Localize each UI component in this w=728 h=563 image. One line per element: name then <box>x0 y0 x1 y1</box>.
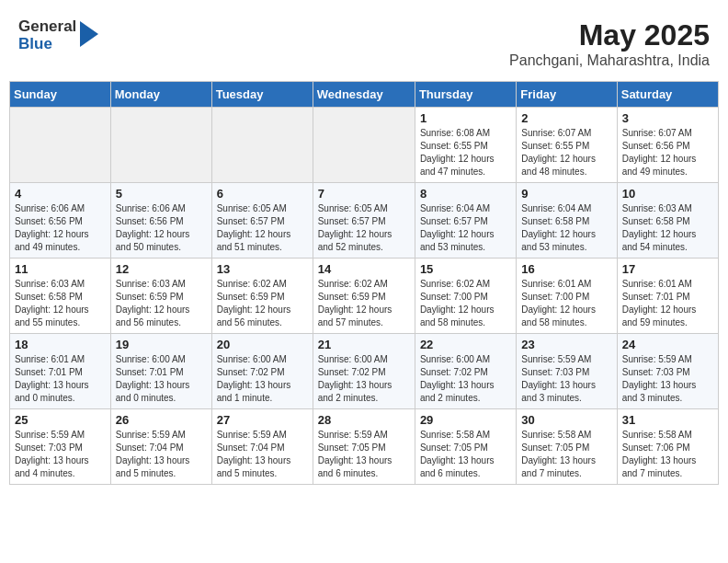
day-number: 24 <box>622 338 713 351</box>
day-detail: Sunrise: 5:58 AM Sunset: 7:05 PM Dayligh… <box>420 429 511 480</box>
day-number: 17 <box>622 262 713 276</box>
calendar-cell: 29Sunrise: 5:58 AM Sunset: 7:05 PM Dayli… <box>415 409 516 485</box>
calendar-cell: 13Sunrise: 6:02 AM Sunset: 6:59 PM Dayli… <box>211 259 313 334</box>
day-detail: Sunrise: 6:00 AM Sunset: 7:01 PM Dayligh… <box>116 353 207 405</box>
day-number: 27 <box>217 413 308 427</box>
day-detail: Sunrise: 6:05 AM Sunset: 6:57 PM Dayligh… <box>217 202 308 254</box>
day-detail: Sunrise: 6:02 AM Sunset: 6:59 PM Dayligh… <box>217 278 308 329</box>
day-number: 13 <box>217 262 308 276</box>
day-header-wednesday: Wednesday <box>313 82 415 108</box>
calendar-cell: 3Sunrise: 6:07 AM Sunset: 6:56 PM Daylig… <box>617 108 718 183</box>
calendar-cell <box>313 108 415 183</box>
day-number: 26 <box>116 413 207 427</box>
day-number: 25 <box>15 413 106 427</box>
day-detail: Sunrise: 5:59 AM Sunset: 7:03 PM Dayligh… <box>521 353 611 405</box>
day-number: 19 <box>116 338 207 351</box>
day-detail: Sunrise: 6:01 AM Sunset: 7:00 PM Dayligh… <box>521 278 611 329</box>
calendar-cell: 18Sunrise: 6:01 AM Sunset: 7:01 PM Dayli… <box>10 334 111 409</box>
calendar-cell: 26Sunrise: 5:59 AM Sunset: 7:04 PM Dayli… <box>110 409 211 485</box>
calendar-cell: 2Sunrise: 6:07 AM Sunset: 6:55 PM Daylig… <box>517 108 617 183</box>
day-header-monday: Monday <box>110 82 211 108</box>
calendar-table: SundayMondayTuesdayWednesdayThursdayFrid… <box>9 81 719 485</box>
day-number: 12 <box>116 262 207 276</box>
day-detail: Sunrise: 6:00 AM Sunset: 7:02 PM Dayligh… <box>217 353 308 405</box>
calendar-cell: 23Sunrise: 5:59 AM Sunset: 7:03 PM Dayli… <box>517 334 617 409</box>
day-number: 22 <box>420 338 511 351</box>
day-detail: Sunrise: 6:06 AM Sunset: 6:56 PM Dayligh… <box>116 202 207 254</box>
day-detail: Sunrise: 6:07 AM Sunset: 6:56 PM Dayligh… <box>622 127 713 178</box>
calendar-cell: 4Sunrise: 6:06 AM Sunset: 6:56 PM Daylig… <box>10 183 111 259</box>
page-subtitle: Panchgani, Maharashtra, India <box>509 52 710 69</box>
day-detail: Sunrise: 5:58 AM Sunset: 7:06 PM Dayligh… <box>622 429 713 480</box>
calendar-cell: 17Sunrise: 6:01 AM Sunset: 7:01 PM Dayli… <box>617 259 718 334</box>
calendar-cell: 6Sunrise: 6:05 AM Sunset: 6:57 PM Daylig… <box>211 183 313 259</box>
day-number: 29 <box>420 413 511 427</box>
calendar-week-1: 1Sunrise: 6:08 AM Sunset: 6:55 PM Daylig… <box>10 108 719 183</box>
day-detail: Sunrise: 5:59 AM Sunset: 7:03 PM Dayligh… <box>15 429 106 480</box>
day-detail: Sunrise: 6:06 AM Sunset: 6:56 PM Dayligh… <box>15 202 106 254</box>
day-header-tuesday: Tuesday <box>211 82 313 108</box>
calendar-cell <box>10 108 111 183</box>
day-number: 23 <box>521 338 611 351</box>
logo-arrow-icon <box>80 21 98 51</box>
calendar-week-3: 11Sunrise: 6:03 AM Sunset: 6:58 PM Dayli… <box>10 259 719 334</box>
calendar-cell: 19Sunrise: 6:00 AM Sunset: 7:01 PM Dayli… <box>110 334 211 409</box>
calendar-cell: 25Sunrise: 5:59 AM Sunset: 7:03 PM Dayli… <box>10 409 111 485</box>
calendar-cell: 10Sunrise: 6:03 AM Sunset: 6:58 PM Dayli… <box>617 183 718 259</box>
logo-general: General <box>18 18 76 36</box>
day-detail: Sunrise: 5:59 AM Sunset: 7:05 PM Dayligh… <box>318 429 410 480</box>
day-detail: Sunrise: 5:59 AM Sunset: 7:04 PM Dayligh… <box>116 429 207 480</box>
calendar-cell <box>211 108 313 183</box>
calendar-cell: 24Sunrise: 5:59 AM Sunset: 7:03 PM Dayli… <box>617 334 718 409</box>
day-header-saturday: Saturday <box>617 82 718 108</box>
calendar-cell: 22Sunrise: 6:00 AM Sunset: 7:02 PM Dayli… <box>415 334 516 409</box>
calendar-cell: 16Sunrise: 6:01 AM Sunset: 7:00 PM Dayli… <box>517 259 617 334</box>
day-detail: Sunrise: 5:59 AM Sunset: 7:03 PM Dayligh… <box>622 353 713 405</box>
day-number: 3 <box>622 111 713 125</box>
day-detail: Sunrise: 6:04 AM Sunset: 6:58 PM Dayligh… <box>521 202 611 254</box>
calendar-week-5: 25Sunrise: 5:59 AM Sunset: 7:03 PM Dayli… <box>10 409 719 485</box>
logo-text: General Blue <box>18 18 76 52</box>
day-detail: Sunrise: 6:03 AM Sunset: 6:58 PM Dayligh… <box>15 278 106 329</box>
day-number: 7 <box>318 187 410 201</box>
calendar-cell: 20Sunrise: 6:00 AM Sunset: 7:02 PM Dayli… <box>211 334 313 409</box>
header-row: SundayMondayTuesdayWednesdayThursdayFrid… <box>10 82 719 108</box>
day-detail: Sunrise: 6:03 AM Sunset: 6:59 PM Dayligh… <box>116 278 207 329</box>
day-detail: Sunrise: 6:05 AM Sunset: 6:57 PM Dayligh… <box>318 202 410 254</box>
day-number: 30 <box>521 413 611 427</box>
page-title: May 2025 <box>509 18 710 52</box>
logo: General Blue <box>18 18 98 52</box>
calendar-cell <box>110 108 211 183</box>
day-detail: Sunrise: 6:02 AM Sunset: 7:00 PM Dayligh… <box>420 278 511 329</box>
day-detail: Sunrise: 6:00 AM Sunset: 7:02 PM Dayligh… <box>318 353 410 405</box>
day-number: 9 <box>521 187 611 201</box>
day-detail: Sunrise: 6:07 AM Sunset: 6:55 PM Dayligh… <box>521 127 611 178</box>
calendar-cell: 9Sunrise: 6:04 AM Sunset: 6:58 PM Daylig… <box>517 183 617 259</box>
title-area: May 2025 Panchgani, Maharashtra, India <box>509 18 710 69</box>
calendar-cell: 21Sunrise: 6:00 AM Sunset: 7:02 PM Dayli… <box>313 334 415 409</box>
day-number: 14 <box>318 262 410 276</box>
calendar-cell: 14Sunrise: 6:02 AM Sunset: 6:59 PM Dayli… <box>313 259 415 334</box>
day-number: 15 <box>420 262 511 276</box>
calendar-cell: 15Sunrise: 6:02 AM Sunset: 7:00 PM Dayli… <box>415 259 516 334</box>
day-number: 18 <box>15 338 106 351</box>
calendar-cell: 11Sunrise: 6:03 AM Sunset: 6:58 PM Dayli… <box>10 259 111 334</box>
logo-blue: Blue <box>18 36 76 53</box>
calendar-cell: 5Sunrise: 6:06 AM Sunset: 6:56 PM Daylig… <box>110 183 211 259</box>
day-number: 1 <box>420 111 511 125</box>
day-number: 31 <box>622 413 713 427</box>
calendar-cell: 7Sunrise: 6:05 AM Sunset: 6:57 PM Daylig… <box>313 183 415 259</box>
day-number: 21 <box>318 338 410 351</box>
calendar-week-2: 4Sunrise: 6:06 AM Sunset: 6:56 PM Daylig… <box>10 183 719 259</box>
calendar-week-4: 18Sunrise: 6:01 AM Sunset: 7:01 PM Dayli… <box>10 334 719 409</box>
day-number: 10 <box>622 187 713 201</box>
calendar-cell: 8Sunrise: 6:04 AM Sunset: 6:57 PM Daylig… <box>415 183 516 259</box>
day-header-sunday: Sunday <box>10 82 111 108</box>
day-number: 4 <box>15 187 106 201</box>
day-number: 11 <box>15 262 106 276</box>
page-header: General Blue May 2025 Panchgani, Maharas… <box>9 9 719 74</box>
day-number: 6 <box>217 187 308 201</box>
day-detail: Sunrise: 5:58 AM Sunset: 7:05 PM Dayligh… <box>521 429 611 480</box>
day-detail: Sunrise: 5:59 AM Sunset: 7:04 PM Dayligh… <box>217 429 308 480</box>
day-detail: Sunrise: 6:00 AM Sunset: 7:02 PM Dayligh… <box>420 353 511 405</box>
